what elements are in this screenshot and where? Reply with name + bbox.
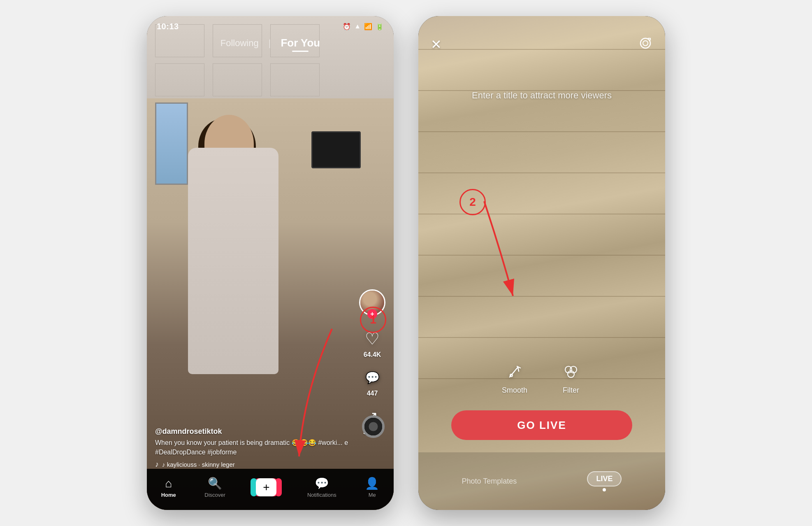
nav-divider: | [269, 38, 271, 49]
smooth-icon [504, 361, 525, 383]
comments-count: 447 [367, 390, 378, 397]
bottom-tabs: Photo Templates LIVE [418, 452, 665, 510]
smooth-svg [506, 364, 523, 380]
comment-action[interactable]: 💬 447 [362, 367, 383, 397]
home-label: Home [161, 492, 176, 498]
phone-1-screen: 10:13 ⏰ ▲ 📶 🔋 Following | For You [147, 16, 394, 510]
title-placeholder: Enter a title to attract more viewers [472, 90, 612, 100]
nav-foryou-container: For You [281, 37, 320, 49]
wood-plank-5 [418, 214, 665, 214]
annotation-circle-1: 1 [360, 307, 386, 333]
phone-2: ✕ Enter a title to attract more viewers … [418, 16, 665, 510]
signal-icon: 📶 [364, 23, 372, 30]
nav-notifications[interactable]: 💬 Notifications [307, 477, 336, 498]
video-caption: When you know your patient is being dram… [155, 438, 357, 457]
annotation-number-2: 2 [469, 196, 476, 209]
annotation-circle-2: 2 [459, 189, 486, 215]
ceiling-tile-6 [270, 63, 320, 96]
add-icon: + [263, 481, 269, 494]
notifications-label: Notifications [307, 492, 336, 498]
discover-icon: 🔍 [208, 477, 222, 490]
user-handle[interactable]: @damndrosetiktok [155, 427, 357, 436]
filter-svg [563, 364, 579, 380]
wood-plank-3 [418, 131, 665, 132]
wood-plank-6 [418, 255, 665, 256]
live-top-bar: ✕ [418, 37, 665, 53]
ceiling-tile-5 [213, 63, 262, 96]
wood-plank-4 [418, 172, 665, 173]
filter-tool[interactable]: Filter [560, 361, 582, 395]
home-icon: ⌂ [165, 477, 172, 490]
photo-templates-tab[interactable]: Photo Templates [462, 477, 517, 486]
add-button[interactable]: + [254, 478, 278, 496]
camera-flip-icon[interactable] [638, 37, 653, 53]
bottom-nav: ⌂ Home 🔍 Discover + 💬 Notifications 👤 [147, 469, 394, 510]
add-button-inner: + [256, 478, 276, 496]
bottom-info: @damndrosetiktok When you know your pati… [155, 427, 357, 469]
status-time: 10:13 [157, 22, 179, 31]
foryou-underline [292, 51, 309, 52]
me-icon: 👤 [365, 477, 379, 490]
svg-point-2 [643, 41, 648, 46]
music-disc [362, 415, 385, 438]
comment-icon: 💬 [362, 367, 383, 388]
nav-following[interactable]: Following [220, 38, 259, 49]
battery-icon: 🔋 [376, 23, 384, 30]
filter-label: Filter [563, 386, 579, 395]
live-tab[interactable]: LIVE [587, 471, 622, 486]
comment-dots: 💬 [365, 371, 380, 384]
nav-foryou[interactable]: For You [281, 37, 320, 49]
phone-1: 10:13 ⏰ ▲ 📶 🔋 Following | For You [147, 16, 394, 510]
live-tab-dot [603, 488, 606, 491]
tools-row: Smooth Filter [418, 361, 665, 395]
wood-plank-7 [418, 296, 665, 297]
title-input-area[interactable]: Enter a title to attract more viewers [418, 90, 665, 101]
person-body [188, 148, 278, 374]
smooth-label: Smooth [502, 386, 527, 395]
nav-me[interactable]: 👤 Me [365, 477, 379, 498]
person [172, 115, 303, 403]
ceiling-tile-4 [155, 63, 204, 96]
phone-2-screen: ✕ Enter a title to attract more viewers … [418, 16, 665, 510]
music-name: ♪ kayliciouss · skinny leger [162, 461, 235, 468]
wood-plank-8 [418, 337, 665, 338]
alarm-icon: ⏰ [343, 23, 351, 30]
status-bar: 10:13 ⏰ ▲ 📶 🔋 [147, 16, 394, 37]
live-tab-container: LIVE [587, 471, 622, 491]
close-button[interactable]: ✕ [431, 37, 442, 53]
likes-count: 64.4K [364, 351, 381, 358]
annotation-number-1: 1 [370, 313, 376, 326]
go-live-text: GO LIVE [517, 419, 566, 432]
go-live-button[interactable]: GO LIVE [451, 410, 632, 440]
filter-icon [560, 361, 582, 383]
notifications-icon: 💬 [315, 477, 329, 490]
music-note-icon: ♪ [155, 460, 159, 469]
wifi-icon: ▲ [354, 23, 361, 30]
smooth-tool[interactable]: Smooth [502, 361, 527, 395]
nav-add[interactable]: + [254, 478, 278, 496]
top-nav: Following | For You [147, 37, 394, 49]
music-row: ♪ ♪ kayliciouss · skinny leger [155, 460, 357, 469]
status-icons: ⏰ ▲ 📶 🔋 [343, 23, 384, 30]
tv [311, 131, 361, 168]
camera-svg [638, 37, 653, 50]
caption-text: When you know your patient is being dram… [155, 439, 348, 455]
discover-label: Discover [204, 492, 225, 498]
nav-home[interactable]: ⌂ Home [161, 477, 176, 498]
nav-discover[interactable]: 🔍 Discover [204, 477, 225, 498]
me-label: Me [369, 492, 376, 498]
